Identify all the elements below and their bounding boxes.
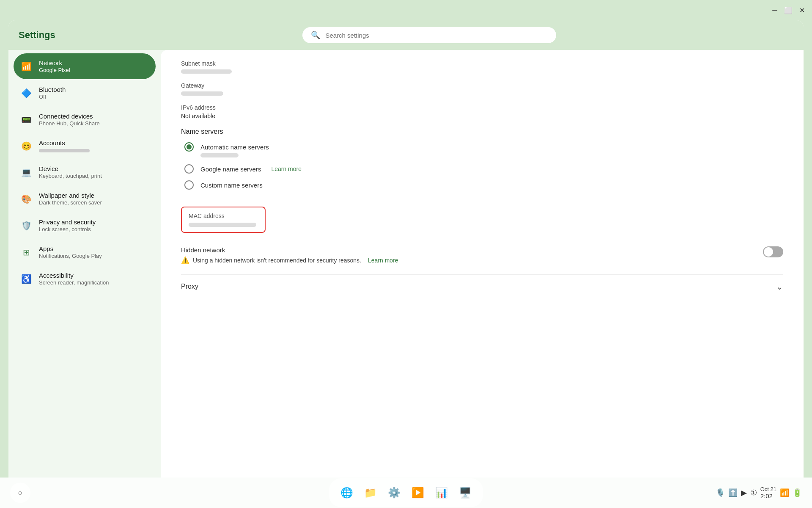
date-time[interactable]: Oct 21 2:02	[760, 486, 776, 500]
gateway-section: Gateway	[181, 82, 783, 96]
taskbar-date: Oct 21	[760, 486, 776, 492]
search-bar[interactable]: 🔍	[302, 27, 556, 43]
minimize-button[interactable]: ─	[770, 5, 780, 15]
person-icon: 😊	[20, 141, 32, 151]
sidebar-item-accessibility[interactable]: ♿ Accessibility Screen reader, magnifica…	[14, 266, 156, 292]
sidebar: 📶 Network Google Pixel 🔷 Bluetooth Off 📟…	[8, 50, 161, 478]
radio-custom-circle[interactable]	[184, 180, 194, 190]
gateway-label: Gateway	[181, 82, 783, 89]
taskbar-play[interactable]: ▶️	[407, 482, 429, 504]
warning-icon: ⚠️	[181, 256, 189, 264]
launcher-button[interactable]: ○	[10, 483, 30, 503]
subnet-mask-value	[181, 69, 232, 74]
palette-icon: 🎨	[20, 194, 32, 204]
sidebar-item-bluetooth-title: Bluetooth	[39, 86, 66, 93]
name-servers-label: Name servers	[181, 128, 783, 135]
sidebar-item-network-title: Network	[39, 59, 70, 66]
radio-custom[interactable]: Custom name servers	[184, 180, 783, 190]
sidebar-item-bluetooth[interactable]: 🔷 Bluetooth Off	[14, 80, 156, 106]
subnet-mask-label: Subnet mask	[181, 60, 783, 67]
sidebar-item-privacy-subtitle: Lock screen, controls	[39, 226, 96, 232]
mic-icon[interactable]: 🎙️	[716, 488, 725, 497]
upload-icon[interactable]: ⬆️	[728, 488, 738, 497]
proxy-label: Proxy	[181, 283, 198, 290]
hidden-network-learn-more[interactable]: Learn more	[368, 257, 398, 264]
google-learn-more-link[interactable]: Learn more	[271, 166, 302, 172]
taskbar-time: 2:02	[760, 492, 776, 500]
sidebar-item-apps-subtitle: Notifications, Google Play	[39, 253, 102, 259]
title-bar: ─ ⬜ ✕	[0, 0, 812, 20]
main-content: Subnet mask Gateway IPv6 address Not ava…	[161, 50, 804, 478]
chevron-down-icon: ⌄	[776, 282, 783, 292]
taskbar: ○ 🌐 📁 ⚙️ ▶️ 📊 🖥️ 🎙️ ⬆️ ▶ ① Oct 21 2:02 📶…	[0, 478, 812, 508]
radio-automatic[interactable]: Automatic name servers	[184, 142, 783, 157]
apps-icon: ⊞	[20, 247, 32, 257]
ipv6-value: Not available	[181, 113, 783, 119]
mac-address-value	[189, 223, 256, 227]
accessibility-icon: ♿	[20, 274, 32, 284]
sidebar-item-device[interactable]: 💻 Device Keyboard, touchpad, print	[14, 159, 156, 185]
taskbar-browser[interactable]: 🖥️	[454, 482, 476, 504]
toggle-knob	[764, 247, 773, 257]
hidden-network-title: Hidden network	[181, 246, 398, 254]
close-button[interactable]: ✕	[797, 5, 807, 15]
taskbar-chrome[interactable]: 🌐	[336, 482, 358, 504]
shield-icon: 🛡️	[20, 221, 32, 231]
battery-icon[interactable]: 🔋	[793, 488, 802, 497]
notification-badge[interactable]: ①	[750, 488, 757, 497]
taskbar-apps: 🌐 📁 ⚙️ ▶️ 📊 🖥️	[329, 478, 483, 507]
laptop-icon: 💻	[20, 167, 32, 177]
radio-automatic-label: Automatic name servers	[200, 144, 269, 151]
sidebar-item-connected-devices[interactable]: 📟 Connected devices Phone Hub, Quick Sha…	[14, 107, 156, 133]
play-icon[interactable]: ▶	[741, 488, 747, 497]
sidebar-item-accessibility-subtitle: Screen reader, magnification	[39, 279, 109, 286]
sidebar-item-apps[interactable]: ⊞ Apps Notifications, Google Play	[14, 239, 156, 265]
settings-content: 📶 Network Google Pixel 🔷 Bluetooth Off 📟…	[8, 50, 804, 478]
radio-custom-label: Custom name servers	[200, 182, 263, 189]
sidebar-item-connected-devices-subtitle: Phone Hub, Quick Share	[39, 120, 100, 127]
taskbar-settings[interactable]: ⚙️	[383, 482, 405, 504]
search-icon: 🔍	[311, 30, 320, 40]
devices-icon: 📟	[20, 115, 32, 125]
sidebar-item-privacy-title: Privacy and security	[39, 218, 96, 226]
settings-title: Settings	[19, 30, 55, 41]
taskbar-left: ○	[10, 483, 30, 503]
search-input[interactable]	[325, 32, 548, 39]
sidebar-item-privacy[interactable]: 🛡️ Privacy and security Lock screen, con…	[14, 213, 156, 238]
maximize-button[interactable]: ⬜	[783, 5, 793, 15]
sidebar-item-device-title: Device	[39, 165, 102, 172]
accounts-placeholder	[39, 149, 90, 152]
sidebar-item-accounts-title: Accounts	[39, 139, 90, 146]
settings-header: Settings 🔍	[8, 20, 804, 50]
automatic-subbar	[200, 153, 239, 157]
radio-google[interactable]: Google name servers Learn more	[184, 164, 783, 174]
ipv6-label: IPv6 address	[181, 104, 783, 111]
taskbar-files[interactable]: 📁	[359, 482, 381, 504]
sidebar-item-wallpaper[interactable]: 🎨 Wallpaper and style Dark theme, screen…	[14, 186, 156, 212]
radio-google-label: Google name servers	[200, 166, 261, 173]
ipv6-section: IPv6 address Not available	[181, 104, 783, 119]
radio-google-circle[interactable]	[184, 164, 194, 174]
sidebar-item-wallpaper-subtitle: Dark theme, screen saver	[39, 199, 102, 206]
sidebar-item-apps-title: Apps	[39, 245, 102, 252]
mac-address-label: MAC address	[189, 213, 258, 219]
sidebar-item-network-subtitle: Google Pixel	[39, 67, 70, 73]
sidebar-item-accounts[interactable]: 😊 Accounts	[14, 133, 156, 158]
taskbar-metrics[interactable]: 📊	[431, 482, 453, 504]
sidebar-item-accessibility-title: Accessibility	[39, 272, 109, 279]
taskbar-right: 🎙️ ⬆️ ▶ ① Oct 21 2:02 📶 🔋	[716, 486, 802, 500]
wifi-status-icon[interactable]: 📶	[780, 488, 789, 497]
proxy-row[interactable]: Proxy ⌄	[181, 274, 783, 298]
sidebar-item-bluetooth-subtitle: Off	[39, 94, 66, 100]
hidden-network-row: Hidden network ⚠️ Using a hidden network…	[181, 243, 783, 268]
hidden-network-left: Hidden network ⚠️ Using a hidden network…	[181, 246, 398, 264]
sidebar-item-wallpaper-title: Wallpaper and style	[39, 192, 102, 199]
hidden-network-warning: ⚠️ Using a hidden network isn't recommen…	[181, 256, 398, 264]
mac-address-box: MAC address	[181, 207, 266, 233]
gateway-value	[181, 91, 223, 96]
hidden-network-toggle[interactable]	[763, 246, 783, 257]
radio-automatic-circle[interactable]	[184, 142, 194, 152]
sidebar-item-network[interactable]: 📶 Network Google Pixel	[14, 53, 156, 79]
hidden-network-warning-text: Using a hidden network isn't recommended…	[193, 257, 361, 264]
sidebar-item-device-subtitle: Keyboard, touchpad, print	[39, 173, 102, 179]
